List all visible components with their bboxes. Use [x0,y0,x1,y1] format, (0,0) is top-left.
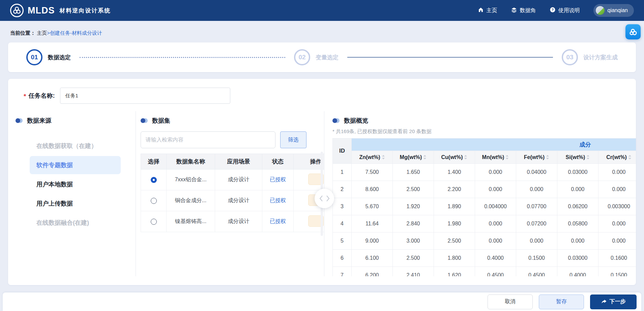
nav-item-home[interactable]: 主页 [478,7,497,14]
preview-value-cell: 9.000 [352,232,393,250]
section-bullet-icon [332,118,340,123]
logo-text: MLDS [28,5,55,16]
dataset-scene-cell: 成分设计 [215,211,262,232]
preview-value-cell: 0.000 [598,215,636,232]
preview-value-cell: 2.410 [393,267,434,277]
dataset-table-header-row: 选择数据集名称应用场景状态操作 [141,154,325,169]
step-3: 03 设计方案生成 [562,49,618,65]
preview-id-cell: 4 [333,215,352,232]
user-menu[interactable]: qianqian [593,4,634,17]
preview-id-cell: 7 [333,267,352,277]
preview-value-cell: 3.000 [393,232,434,250]
preview-value-cell: 2.200 [434,181,475,198]
dataset-table-row: 镍基熔铸高...成分设计已授权 [141,211,325,232]
required-asterisk: * [24,93,26,100]
preview-column-header[interactable]: Si(wt%) [557,151,598,164]
data-source-item[interactable]: 用户本地数据 [30,175,121,193]
system-name: 材料逆向设计系统 [60,7,111,14]
user-name: qianqian [608,7,628,13]
preview-column-header[interactable]: Mn(wt%) [475,151,516,164]
preview-value-cell: 1.920 [393,198,434,215]
preview-value-cell: 0.000 [557,232,598,250]
sort-icon [586,155,590,160]
preview-id-cell: 5 [333,232,352,250]
nav-item-label: 数据角 [520,7,536,14]
chevron-left-icon [319,195,323,202]
data-source-header: 数据来源 [16,116,136,125]
preview-id-header: ID [333,138,352,164]
dataset-select-radio[interactable] [151,177,157,183]
dataset-select-radio[interactable] [151,198,157,204]
panel-resize-handle[interactable] [315,189,334,208]
filter-button[interactable]: 筛选 [280,131,306,148]
save-draft-button[interactable]: 暂存 [539,294,584,309]
dataset-column-header: 数据集名称 [167,154,215,169]
footer-action-bar: 取消 暂存 下一步 [3,292,641,311]
navbar-menu: 主页 数据角 ? 使用说明 qianqian [478,4,634,17]
dataset-status-link[interactable]: 已授权 [270,197,286,203]
preview-id-cell: 6 [333,250,352,267]
preview-limit-note: * 共169条, 已授权数据仅能查看前 20 条数据 [332,128,636,135]
preview-value-cell: 5.670 [352,198,393,215]
top-navbar: MLDS 材料逆向设计系统 主页 数据角 ? [0,0,644,21]
cloud-drive-shortcut-icon[interactable] [625,24,641,39]
dataset-header: 数据集 [141,116,324,125]
preview-value-cell: 0.03000 [557,164,598,181]
mlds-logo-icon [10,4,24,17]
breadcrumb-home[interactable]: 主页 [37,30,47,36]
preview-column-header[interactable]: Cr(wt%) [598,151,636,164]
nav-item-data-corner[interactable]: 数据角 [511,7,536,14]
preview-column-header[interactable]: Cu(wt%) [434,151,475,164]
preview-value-cell: 0.000 [598,232,636,250]
search-input[interactable] [141,131,275,148]
home-icon [478,7,484,14]
preview-group-header: 成分 [352,138,636,151]
preview-value-cell: 0.4000 [475,250,516,267]
preview-table-row: 76.2002.4101.6200.45000.45000.40000.1500 [333,267,636,277]
sort-icon [505,155,509,160]
dataset-search-row: 筛选 [141,131,306,148]
dataset-panel: 数据集 筛选 选择数据集名称应用场景状态操作 7xxx铝合金...成分设计已授权… [136,111,324,276]
panels-container: 数据来源 在线数据获取（在建）软件专题数据用户本地数据用户上传数据在线数据融合(… [8,111,636,276]
preview-value-cell: 0.003000 [598,198,636,215]
dataset-status-link[interactable]: 已授权 [270,177,286,182]
task-setup-card: * 任务名称: 数据来源 在线数据获取（在建）软件专题数据用户本地数据用户上传数… [8,79,636,285]
dataset-select-radio[interactable] [151,219,157,225]
sort-icon [382,155,385,160]
preview-value-cell: 1.890 [434,198,475,215]
preview-value-cell: 1.620 [434,267,475,277]
dataset-column-header: 选择 [141,154,167,169]
preview-column-header[interactable]: Mg(wt%) [393,151,434,164]
breadcrumb-current[interactable]: 创建任务-材料成分设计 [50,30,102,36]
step-connector-dotted [80,57,285,58]
preview-column-header[interactable]: Fe(wt%) [516,151,557,164]
user-avatar [596,6,605,15]
preview-value-cell: 1.650 [393,164,434,181]
preview-table: ID 成分 Zn(wt%)Mg(wt%)Cu(wt%)Mn(wt%)Fe(wt%… [332,138,636,276]
sort-icon [546,155,549,160]
preview-value-cell: 0.1600 [598,250,636,267]
preview-value-cell: 6.100 [352,250,393,267]
step-3-label: 设计方案生成 [583,54,618,61]
next-step-button[interactable]: 下一步 [590,294,637,309]
preview-value-cell: 2.500 [393,250,434,267]
data-source-item: 在线数据融合(在建) [30,214,121,232]
dataset-status-link[interactable]: 已授权 [270,218,286,224]
cancel-button[interactable]: 取消 [488,294,533,309]
data-preview-header: 数据概览 [332,116,636,125]
preview-value-cell: 2.500 [434,232,475,250]
preview-column-header[interactable]: Zn(wt%) [352,151,393,164]
step-2: 02 变量选定 [294,49,339,65]
step-connector-solid [347,57,553,58]
nav-item-label: 主页 [487,7,497,14]
dataset-column-header: 状态 [262,154,294,169]
data-source-item[interactable]: 软件专题数据 [30,156,121,174]
data-source-item[interactable]: 用户上传数据 [30,194,121,213]
nav-item-help[interactable]: ? 使用说明 [550,7,580,14]
data-source-title: 数据来源 [27,117,51,125]
preview-value-cell: 0.03000 [557,250,598,267]
dataset-scene-cell: 成分设计 [215,190,262,211]
preview-value-cell: 0.4500 [516,267,557,277]
sort-icon [464,155,467,160]
task-name-input[interactable] [60,88,230,104]
